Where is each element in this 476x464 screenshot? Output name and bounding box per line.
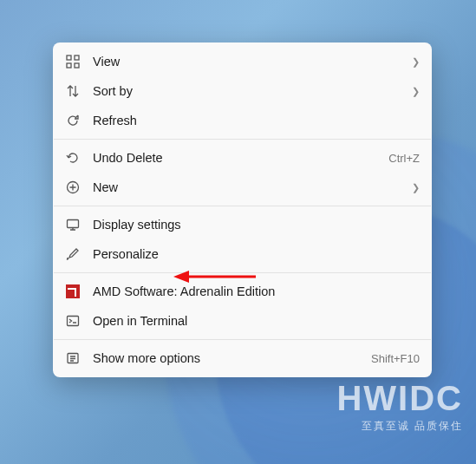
menu-shortcut: Ctrl+Z	[388, 152, 420, 165]
svg-rect-5	[68, 220, 79, 228]
svg-rect-2	[67, 63, 71, 68]
menu-divider	[54, 272, 431, 273]
menu-divider	[54, 206, 431, 206]
sort-icon	[65, 83, 81, 99]
svg-rect-0	[67, 56, 71, 60]
menu-item-label: Show more options	[93, 351, 359, 365]
menu-shortcut: Shift+F10	[371, 352, 420, 365]
menu-item-undo-delete[interactable]: Undo Delete Ctrl+Z	[53, 143, 432, 173]
brush-icon	[65, 246, 81, 262]
chevron-right-icon: ❯	[412, 182, 420, 193]
menu-item-label: Sort by	[93, 84, 400, 98]
menu-item-label: Display settings	[93, 218, 420, 232]
menu-item-label: View	[93, 55, 400, 69]
more-icon	[65, 350, 81, 366]
svg-rect-3	[75, 63, 79, 68]
terminal-icon	[65, 313, 81, 329]
menu-item-label: Refresh	[93, 114, 420, 127]
svg-rect-6	[68, 317, 79, 326]
menu-item-display-settings[interactable]: Display settings	[53, 210, 432, 239]
chevron-right-icon: ❯	[412, 56, 420, 68]
grid-icon	[65, 54, 81, 69]
chevron-right-icon: ❯	[412, 86, 420, 97]
undo-icon	[65, 150, 81, 166]
desktop-context-menu: View ❯ Sort by ❯ Refresh Undo Delete Ctr…	[53, 42, 432, 377]
menu-divider	[54, 139, 431, 140]
menu-item-view[interactable]: View ❯	[53, 47, 432, 76]
menu-item-show-more-options[interactable]: Show more options Shift+F10	[53, 343, 432, 373]
refresh-icon	[65, 113, 81, 128]
menu-item-new[interactable]: New ❯	[53, 173, 432, 202]
menu-item-label: AMD Software: Adrenalin Edition	[93, 284, 420, 298]
menu-divider	[54, 339, 431, 340]
menu-item-personalize[interactable]: Personalize	[53, 239, 432, 269]
svg-rect-1	[75, 56, 79, 60]
menu-item-sort-by[interactable]: Sort by ❯	[53, 76, 432, 106]
display-icon	[65, 217, 81, 232]
menu-item-label: Open in Terminal	[93, 314, 420, 328]
amd-icon	[65, 284, 81, 299]
menu-item-label: Personalize	[93, 247, 420, 261]
menu-item-open-terminal[interactable]: Open in Terminal	[53, 306, 432, 336]
menu-item-refresh[interactable]: Refresh	[53, 106, 432, 135]
menu-item-label: New	[93, 180, 400, 194]
menu-item-label: Undo Delete	[93, 151, 376, 165]
add-icon	[65, 180, 81, 195]
menu-item-amd-software[interactable]: AMD Software: Adrenalin Edition	[53, 277, 432, 306]
